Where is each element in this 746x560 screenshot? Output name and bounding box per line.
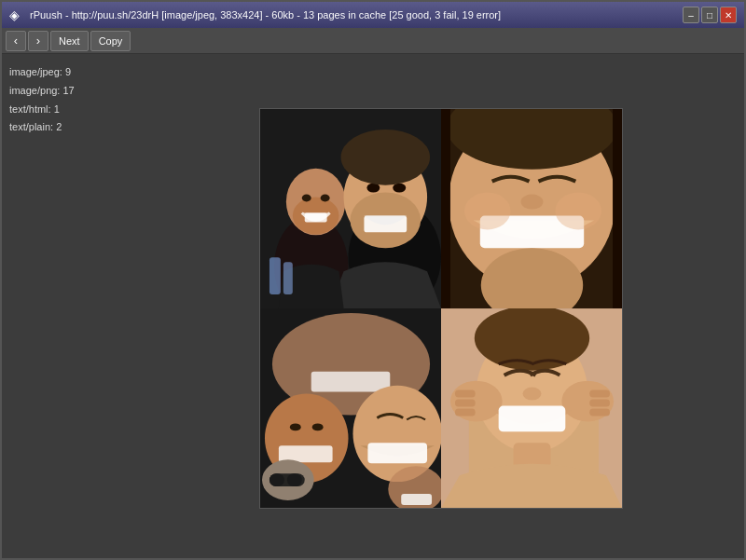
svg-rect-38 [286, 473, 301, 486]
svg-rect-15 [283, 262, 292, 294]
svg-point-54 [522, 387, 541, 400]
svg-point-20 [520, 194, 543, 209]
svg-point-6 [301, 194, 311, 201]
svg-rect-25 [613, 109, 622, 308]
svg-point-44 [474, 308, 588, 371]
next-nav-button[interactable]: › [28, 31, 48, 51]
svg-rect-28 [311, 371, 390, 391]
title-bar-left: ◈ rPuush - http://puu.sh/23drH [image/jp… [9, 7, 501, 22]
toolbar: ‹ › Next Copy [2, 28, 744, 54]
svg-rect-47 [454, 399, 475, 406]
maximize-button[interactable]: □ [701, 7, 718, 23]
svg-rect-5 [304, 212, 326, 222]
svg-rect-34 [367, 443, 427, 463]
stat-jpeg: image/jpeg: 9 [9, 63, 130, 82]
stat-html: text/html: 1 [9, 101, 130, 119]
copy-button[interactable]: Copy [90, 31, 131, 51]
svg-point-33 [352, 385, 441, 481]
svg-rect-46 [454, 389, 475, 397]
image-bottom-left [260, 308, 441, 508]
img-br-svg [441, 308, 622, 508]
img-bl-svg [260, 308, 441, 508]
svg-rect-37 [269, 473, 283, 486]
image-top-right [441, 109, 622, 308]
svg-rect-51 [589, 399, 610, 406]
image-collage [259, 108, 623, 509]
image-bottom-right [441, 308, 622, 508]
image-bottom-row [260, 308, 622, 508]
svg-rect-24 [441, 109, 450, 308]
svg-point-22 [463, 192, 510, 229]
svg-rect-50 [589, 389, 610, 397]
minimize-button[interactable]: – [683, 7, 699, 23]
next-button[interactable]: Next [50, 31, 89, 51]
image-top-row [260, 109, 622, 308]
svg-rect-52 [589, 408, 610, 416]
img-tl-svg [260, 109, 441, 308]
svg-point-23 [555, 192, 601, 229]
stat-png: image/png: 17 [9, 82, 130, 101]
svg-rect-48 [454, 408, 475, 416]
image-area [137, 54, 744, 560]
title-bar: ◈ rPuush - http://puu.sh/23drH [image/jp… [2, 2, 744, 28]
svg-point-31 [289, 423, 300, 430]
svg-rect-40 [401, 494, 432, 505]
close-button[interactable]: ✕ [720, 7, 737, 23]
image-top-left [260, 109, 441, 308]
svg-point-32 [311, 423, 323, 430]
svg-point-13 [340, 129, 430, 184]
sidebar: image/jpeg: 9 image/png: 17 text/html: 1… [2, 54, 137, 560]
main-content: image/jpeg: 9 image/png: 17 text/html: 1… [2, 54, 744, 560]
img-tr-svg [441, 109, 622, 308]
stat-plain: text/plain: 2 [9, 118, 130, 137]
svg-point-7 [320, 194, 329, 201]
svg-rect-14 [269, 257, 280, 294]
window-title: rPuush - http://puu.sh/23drH [image/jpeg… [30, 9, 501, 20]
app-icon: ◈ [9, 7, 24, 22]
svg-rect-53 [498, 405, 565, 431]
window-controls: – □ ✕ [683, 7, 737, 23]
svg-point-12 [393, 183, 406, 192]
prev-button[interactable]: ‹ [6, 31, 26, 51]
